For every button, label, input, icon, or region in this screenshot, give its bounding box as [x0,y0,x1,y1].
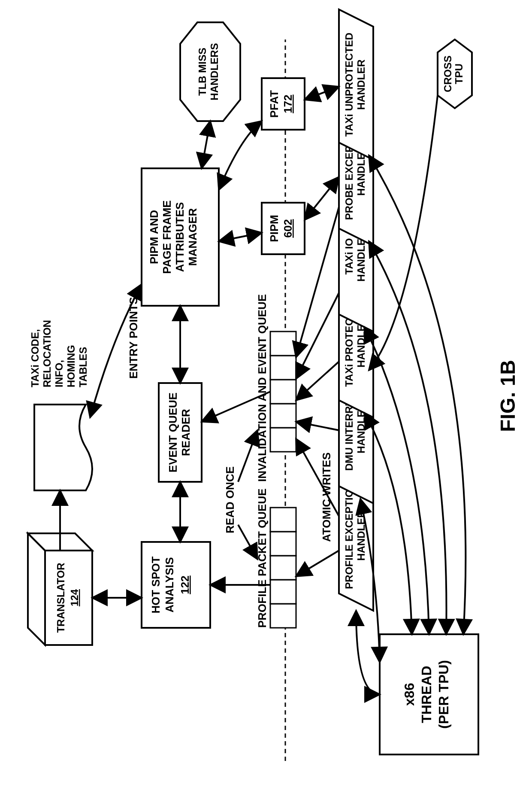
output-l3: INFO, [53,360,65,387]
hotspot-l2: ANALYSIS [163,557,176,612]
evreader-l1: EVENT QUEUE [166,392,179,472]
svg-rect-9 [270,604,296,628]
x86-thread-l2: THREAD [419,666,434,723]
svg-marker-22 [28,533,45,645]
output-l4: HOMING [65,345,77,387]
svg-rect-16 [270,380,296,404]
pipmmgr-l2: PAGE FRAME [160,200,173,274]
taxi-unprot-l1: TAXi UNPROTECTED [343,33,355,137]
pipmmgr-l3: ATTRIBUTES [173,202,186,272]
cross-tpu-l1: CROSS [442,55,453,92]
readonce-label: READ ONCE [224,466,236,533]
hotspot-l1: HOT SPOT [149,556,162,613]
atomic-label: ATOMIC WRITES [320,453,333,542]
svg-rect-10 [270,580,296,604]
figure-label: FIG. 1B [496,360,519,432]
svg-rect-14 [270,428,296,452]
pipmmgr-l1: PIPM AND [148,210,160,264]
profile-exc-l1: PROFILE EXCEPTION [343,482,355,589]
figure-1b: x86 THREAD (PER TPU) CROSS TPU PROFILE E… [0,0,532,791]
x86-thread-l1: x86 [402,683,417,706]
svg-rect-13 [270,508,296,532]
pipmmgr-l4: MANAGER [186,208,199,266]
evreader-l2: READER [179,409,192,456]
cross-tpu-l2: TPU [453,64,465,84]
x86-thread-l3: (PER TPU) [436,660,451,729]
ieq-label: INVALIDATION AND EVENT QUEUE [256,294,269,482]
pipm-ref: 602 [281,219,294,237]
pfat-ref: 172 [281,94,294,113]
pfat-l1: PFAT [268,90,281,118]
output-l5: TABLES [77,347,89,387]
pipm-l1: PIPM [268,215,281,242]
svg-rect-17 [270,356,296,380]
svg-rect-11 [270,556,296,580]
svg-rect-15 [270,404,296,428]
taxi-unprot-l2: HANDLER [355,59,367,110]
output-l1: TAXi CODE, [29,329,41,387]
hotspot-ref: 122 [178,575,191,594]
translator-ref: 124 [69,589,80,606]
translator-l1: TRANSLATOR [55,563,66,633]
tlb-l2: HANDLERS [209,43,220,100]
output-l2: RELOCATION [41,320,53,387]
tlb-l1: TLB MISS [196,48,208,96]
taxi-io-l1: TAXi IO [343,238,355,275]
svg-rect-18 [270,332,296,356]
svg-rect-12 [270,532,296,556]
